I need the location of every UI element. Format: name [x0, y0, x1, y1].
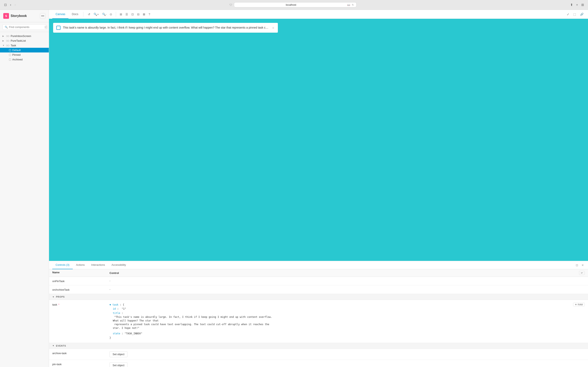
address-bar[interactable]: localhost 📖 ↻	[234, 2, 357, 7]
reload-icon-btn[interactable]: ↺	[87, 12, 92, 17]
tab-interactions[interactable]: Interactions	[88, 261, 108, 269]
sidebar-item-archived[interactable]: Archived	[0, 57, 49, 62]
ellipsis-icon: •••	[41, 14, 44, 17]
zoom-in-btn[interactable]: 🔍+	[92, 12, 100, 17]
props-section-header: ▼ PROPS	[49, 294, 588, 300]
panel-tabs: Controls (3) Actions Interactions Access…	[49, 261, 588, 269]
sidebar-item-task[interactable]: ▼ Task	[0, 43, 49, 48]
tab-docs[interactable]: Docs	[68, 10, 82, 19]
search-icon: 🔍	[5, 26, 8, 29]
browser-forward-btn[interactable]: ›	[14, 2, 17, 8]
event-name: archive-task	[52, 351, 110, 355]
search-input[interactable]	[9, 25, 43, 29]
sidebar-item-default[interactable]: Default	[0, 48, 49, 52]
toolbar-divider	[83, 12, 83, 17]
task-checkbox[interactable]	[56, 26, 60, 30]
browser-chrome: ⊡ ‹ › 🛡 localhost 📖 ↻ ⬆ + ⊞	[0, 0, 588, 10]
expand-icon: ▶	[2, 40, 5, 42]
url-text: localhost	[237, 3, 345, 6]
tab-controls[interactable]: Controls (3)	[52, 261, 73, 269]
expand-icon: ▼	[2, 44, 5, 47]
expand-icon: ▶	[2, 35, 5, 37]
sidebar-item-label: Task	[11, 44, 16, 47]
panel-close-btn[interactable]: ✕	[581, 263, 585, 267]
toolbar-icons: ↺ 🔍+ 🔍- ⊙ ⊞ ☰ ⊡ ⊟ ⊠ ?	[87, 12, 151, 17]
tab-accessibility[interactable]: Accessibility	[108, 261, 129, 269]
sidebar-item-puretasklist[interactable]: ▶ PureTaskList	[0, 38, 49, 43]
sidebar-item-label: Archived	[12, 58, 23, 61]
responsive-btn[interactable]: ⊟	[136, 12, 141, 17]
table-header: Name Control ↩	[49, 269, 588, 277]
fullscreen-btn[interactable]: ⤢	[565, 12, 571, 17]
controls-table: Name Control ↩ onPinTask -	[49, 269, 588, 367]
table-row-task: task * ▼ task : { id : "1" title :	[49, 300, 588, 343]
reset-icon: ↩	[581, 271, 583, 274]
sidebar-toggle-btn[interactable]: ⊡	[3, 2, 8, 8]
name-col-header: Name	[52, 271, 110, 275]
sidebar: S Storybook ••• 🔍 / ▶ Pu	[0, 10, 49, 367]
search-container: 🔍 /	[0, 22, 49, 32]
reload-icon[interactable]: ↻	[352, 3, 354, 6]
browser-back-btn[interactable]: ‹	[9, 2, 12, 8]
toolbar-divider-2	[116, 12, 116, 17]
task-title: This task's name is absurdly large. In f…	[63, 26, 269, 30]
task-component: This task's name is absurdly large. In f…	[53, 23, 278, 33]
tabs-btn[interactable]: ⊞	[580, 2, 585, 8]
prop-name: onPinTask	[52, 279, 110, 283]
prop-control: -	[110, 279, 585, 282]
sidebar-item-label: Default	[12, 49, 21, 52]
panel-expand-btn[interactable]: ⊡	[575, 263, 579, 267]
sidebar-item-pinned[interactable]: Pinned	[0, 52, 49, 57]
sidebar-logo: S Storybook	[3, 13, 27, 19]
browser-controls: ⊡ ‹ ›	[3, 2, 17, 8]
reset-controls-btn[interactable]: ↩	[579, 271, 585, 275]
zoom-reset-btn[interactable]: ⊙	[109, 12, 113, 17]
open-new-tab-btn[interactable]: ⬚	[572, 12, 577, 17]
required-indicator: *	[58, 303, 59, 306]
app: S Storybook ••• 🔍 / ▶ Pu	[0, 10, 588, 367]
measure-btn[interactable]: ⊠	[142, 12, 146, 17]
eye-icon: 👁	[575, 303, 577, 306]
help-btn[interactable]: ?	[147, 12, 151, 17]
event-name: pin-task	[52, 362, 110, 366]
prop-name-task: task *	[52, 303, 110, 306]
sidebar-item-label: PureTaskList	[11, 39, 26, 42]
event-control: Set object	[110, 362, 585, 367]
prop-control-task: ▼ task : { id : "1" title : "This task's…	[110, 303, 585, 340]
logo-name: Storybook	[11, 14, 27, 18]
table-row: onArchiveTask -	[49, 285, 588, 294]
new-tab-btn[interactable]: +	[575, 2, 579, 8]
main-content: Canvas Docs ↺ 🔍+ 🔍- ⊙ ⊞ ☰ ⊡ ⊟ ⊠ ? ⤢	[49, 10, 588, 367]
task-star-icon[interactable]: ★	[272, 26, 275, 30]
sidebar-header: S Storybook •••	[0, 10, 49, 22]
table-row-archive-task: archive-task Set object	[49, 349, 588, 360]
copy-link-btn[interactable]: 🔗	[579, 12, 585, 17]
viewport-btn[interactable]: ⊡	[130, 12, 135, 17]
sidebar-tree: ▶ PureInboxScreen ▶ PureTaskList ▼	[0, 32, 49, 367]
table-row: onPinTask -	[49, 277, 588, 285]
props-expand-icon[interactable]: ▼	[52, 296, 54, 298]
search-box[interactable]: 🔍 /	[2, 24, 46, 30]
canvas-wrapper: This task's name is absurdly large. In f…	[49, 19, 588, 367]
stacked-view-btn[interactable]: ☰	[124, 12, 129, 17]
share-btn[interactable]: ⬆	[569, 2, 574, 8]
props-section-label: PROPS	[56, 296, 65, 298]
canvas-area: This task's name is absurdly large. In f…	[49, 19, 588, 261]
sidebar-item-label: PureInboxScreen	[11, 34, 31, 38]
events-expand-icon[interactable]: ▼	[52, 344, 54, 347]
sidebar-menu-btn[interactable]: •••	[40, 13, 46, 19]
sidebar-item-label: Pinned	[12, 53, 20, 56]
set-object-btn-pin[interactable]: Set object	[110, 362, 128, 367]
task-code-block: ▼ task : { id : "1" title : "This task's…	[110, 303, 273, 340]
sidebar-item-pureinboxscreen[interactable]: ▶ PureInboxScreen	[0, 34, 49, 38]
raw-btn[interactable]: 👁 RAW	[573, 303, 585, 306]
set-object-btn-archive[interactable]: Set object	[110, 351, 128, 357]
security-icon: 🛡	[230, 3, 232, 7]
tab-canvas[interactable]: Canvas	[52, 10, 68, 19]
event-control: Set object	[110, 351, 585, 357]
zoom-out-btn[interactable]: 🔍-	[101, 12, 108, 17]
grid-view-btn[interactable]: ⊞	[119, 12, 123, 17]
reader-mode-icon: 📖	[347, 3, 350, 6]
tab-actions[interactable]: Actions	[73, 261, 88, 269]
prop-control: -	[110, 288, 585, 291]
